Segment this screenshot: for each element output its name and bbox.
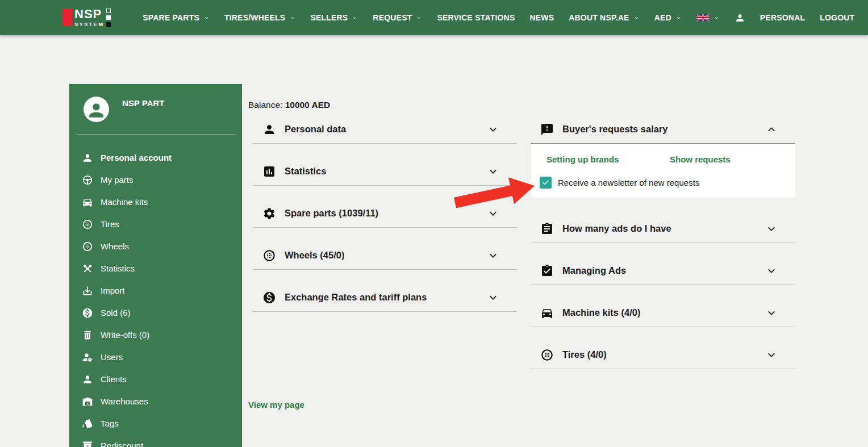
chevron-down-icon (633, 15, 640, 21)
profile-header: NSP PART (69, 84, 242, 135)
steering-wheel-icon (82, 174, 93, 186)
clipboard-icon (540, 222, 554, 236)
nav-sellers[interactable]: SELLERS (310, 13, 358, 22)
checkmark-icon (541, 178, 550, 187)
buyers-requests-panel: Setting up brands Show requests Receive … (531, 144, 795, 198)
crossed-tools-icon (82, 263, 93, 274)
user-gear-icon (82, 352, 93, 363)
import-icon (82, 285, 93, 296)
person-icon (82, 152, 93, 164)
sidebar-item-warehouses[interactable]: Warehouses (69, 390, 242, 412)
sidebar-item-tags[interactable]: Tags (69, 412, 242, 435)
profile-name: NSP PART (122, 98, 164, 108)
chevron-down-icon (289, 15, 295, 21)
top-navigation-bar: NSP SYSTEM SPARE PARTS TIRES/WHEELS SELL… (0, 0, 868, 35)
sidebar-item-sold[interactable]: Sold (6) (69, 302, 242, 324)
chevron-down-icon (675, 15, 682, 21)
nav-spare-parts[interactable]: SPARE PARTS (143, 13, 210, 22)
chevron-down-icon (765, 348, 778, 362)
account-sidebar: NSP PART Personal account My parts Machi… (69, 84, 242, 447)
balance-value: 10000 AED (285, 100, 331, 110)
uk-flag-icon (696, 14, 710, 22)
warehouse-icon (82, 396, 93, 407)
sidebar-item-write-offs[interactable]: Write-offs (0) (69, 324, 242, 346)
newsletter-checkbox[interactable] (540, 177, 552, 189)
nav-logout[interactable]: LOGOUT (820, 13, 854, 22)
gear-icon (262, 207, 276, 220)
view-my-page-link[interactable]: View my page (248, 400, 304, 410)
nav-request[interactable]: REQUEST (373, 13, 422, 22)
person-icon (86, 100, 107, 121)
logo-red-bar (62, 9, 72, 26)
dollar-circle-icon (82, 307, 93, 319)
accordion-wheels[interactable]: Wheels (45/0) (253, 241, 517, 270)
person-icon (735, 12, 745, 23)
car-icon (82, 197, 93, 208)
nav-about-nsp-ae[interactable]: ABOUT NSP.AE (569, 13, 639, 22)
person-icon (82, 374, 93, 385)
chevron-down-icon (416, 15, 422, 21)
sidebar-item-personal-account[interactable]: Personal account (69, 147, 242, 169)
nav-tires-wheels[interactable]: TIRES/WHEELS (224, 13, 295, 22)
chevron-down-icon (765, 264, 778, 278)
chevron-down-icon (765, 306, 778, 320)
sidebar-item-tires[interactable]: Tires (69, 213, 242, 235)
dollar-circle-icon (262, 291, 276, 304)
accordion-exchange-rates[interactable]: Exchange Rates and tariff plans (253, 283, 517, 312)
balance-label: Balance: (248, 100, 282, 110)
chevron-down-icon (765, 222, 778, 236)
sidebar-item-rediscount[interactable]: Rediscount (69, 435, 242, 447)
avatar (84, 97, 109, 122)
page: NSP SYSTEM SPARE PARTS TIRES/WHEELS SELL… (0, 0, 868, 447)
nav-personal[interactable]: PERSONAL (760, 13, 805, 22)
logo-squares (106, 9, 111, 27)
clipboard-check-icon (540, 264, 554, 278)
trash-icon (82, 329, 93, 341)
nav-news[interactable]: NEWS (529, 13, 554, 22)
red-arrow-annotation (452, 176, 537, 210)
logo-text: NSP (74, 8, 104, 20)
nsp-system-logo[interactable]: NSP SYSTEM (62, 8, 111, 27)
chevron-down-icon (203, 15, 210, 21)
setting-up-brands-link[interactable]: Setting up brands (546, 154, 670, 164)
accordion-machine-kits[interactable]: Machine kits (4/0) (531, 299, 795, 327)
logo-subtext: SYSTEM (74, 22, 104, 27)
show-requests-link[interactable]: Show requests (670, 154, 731, 164)
chevron-down-icon (352, 15, 358, 21)
chevron-up-icon (765, 123, 778, 136)
sidebar-item-statistics[interactable]: Statistics (69, 257, 242, 279)
main-menu: SPARE PARTS TIRES/WHEELS SELLERS REQUEST… (143, 12, 854, 23)
right-accordion-column: Buyer's requests salary Setting up brand… (531, 115, 795, 383)
sidebar-item-clients[interactable]: Clients (69, 368, 242, 390)
chevron-down-icon (486, 249, 500, 262)
accordion-buyers-requests-salary[interactable]: Buyer's requests salary (531, 115, 795, 144)
sidebar-divider (75, 135, 236, 135)
accordion-personal-data[interactable]: Personal data (253, 115, 517, 144)
chevron-down-icon (713, 15, 720, 21)
sidebar-item-wheels[interactable]: Wheels (69, 235, 242, 257)
sidebar-item-users[interactable]: Users (69, 346, 242, 368)
person-icon (262, 123, 276, 136)
bar-chart-icon (262, 165, 276, 178)
sidebar-item-my-parts[interactable]: My parts (69, 169, 242, 191)
tire-icon (540, 348, 554, 362)
chevron-down-icon (486, 123, 500, 136)
accordion-managing-ads[interactable]: Managing Ads (531, 257, 795, 285)
sidebar-item-machine-kits[interactable]: Machine kits (69, 191, 242, 213)
accordion-how-many-ads[interactable]: How many ads do I have (531, 215, 795, 243)
tire-icon (262, 249, 276, 262)
nav-language-selector[interactable] (696, 14, 720, 22)
tire-icon (82, 219, 93, 230)
accordion-tires[interactable]: Tires (4/0) (531, 341, 795, 369)
nav-account-icon[interactable] (735, 12, 745, 23)
nav-service-stations[interactable]: SERVICE STATIONS (437, 13, 515, 22)
archive-icon (82, 440, 93, 447)
tags-icon (82, 418, 93, 429)
tire-icon (82, 241, 93, 252)
newsletter-checkbox-label: Receive a newsletter of new requests (558, 178, 699, 187)
balance: Balance: 10000 AED (248, 100, 330, 110)
nav-currency-aed[interactable]: AED (654, 13, 682, 22)
chevron-down-icon (486, 291, 500, 304)
sidebar-item-import[interactable]: Import (69, 279, 242, 302)
car-icon (540, 306, 554, 320)
